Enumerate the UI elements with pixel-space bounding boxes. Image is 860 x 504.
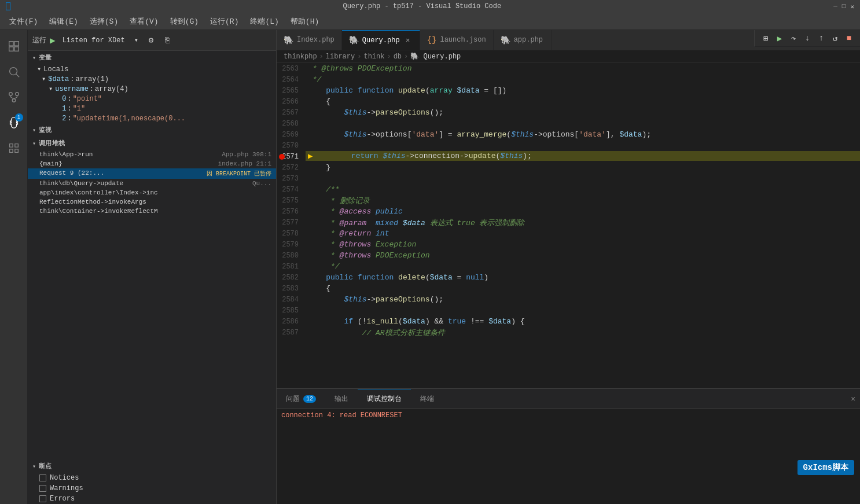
- panel-close-icon[interactable]: ✕: [851, 394, 855, 403]
- line-content-2563: * @throws PDOException: [306, 63, 860, 74]
- var-username[interactable]: ▾ username:array(4): [32, 84, 276, 94]
- menu-terminal[interactable]: 终端(L): [245, 15, 283, 28]
- tab-index-php[interactable]: 🐘 Index.php: [277, 30, 342, 50]
- line-num-2564: 2564: [277, 74, 306, 85]
- activity-debug[interactable]: 1: [2, 111, 25, 134]
- stack-item-1[interactable]: think\App->run App.php 398:1: [28, 150, 276, 159]
- line-content-2580: * @throws PDOException: [306, 250, 860, 261]
- locals-header[interactable]: ▾ Locals: [32, 64, 276, 74]
- stack-index-controller[interactable]: app\index\controller\Index->inc: [28, 188, 276, 197]
- close-icon[interactable]: ✕: [850, 3, 854, 10]
- tab-query-php[interactable]: 🐘 Query.php ✕: [342, 30, 420, 50]
- code-line-2584: 2584 $this->parseOptions();: [277, 294, 860, 305]
- menu-bar: 文件(F) 编辑(E) 选择(S) 查看(V) 转到(G) 运行(R) 终端(L…: [0, 13, 860, 30]
- line-num-2584: 2584: [277, 294, 306, 305]
- code-line-2576: 2576 * @access public: [277, 206, 860, 217]
- bp-notices-checkbox[interactable]: [39, 474, 46, 481]
- var-data[interactable]: ▾ $data:array(1): [32, 74, 276, 84]
- tab-label-launch: launch.json: [440, 36, 486, 44]
- window-controls[interactable]: ─ □ ✕: [833, 3, 854, 10]
- stack-item-main[interactable]: {main} index.php 21:1: [28, 159, 276, 168]
- breadcrumb-library[interactable]: library: [326, 53, 355, 61]
- line-num-2572: 2572: [277, 162, 306, 173]
- config-label[interactable]: Listen for XDet: [59, 35, 128, 46]
- code-line-2566: 2566 {: [277, 96, 860, 107]
- bp-warnings-checkbox[interactable]: [39, 485, 46, 492]
- callstack-header[interactable]: ▾ 调用堆栈: [28, 137, 276, 150]
- open-editor-icon[interactable]: ⎘: [160, 34, 174, 47]
- tab-close-query[interactable]: ✕: [403, 36, 413, 45]
- panel-tab-output[interactable]: 输出: [325, 389, 358, 409]
- stack-request-9[interactable]: Request 9 (22:... 因 BREAKPOINT 已暂停: [28, 168, 276, 179]
- breakpoints-header[interactable]: ▾ 断点: [28, 459, 276, 473]
- debug-stepout-btn[interactable]: ↑: [815, 32, 828, 45]
- code-line-2578: 2578 * @return int: [277, 228, 860, 239]
- bp-warnings[interactable]: Warnings: [28, 483, 276, 494]
- stack-reflection[interactable]: ReflectionMethod->invokeArgs: [28, 197, 276, 207]
- activity-explorer[interactable]: [2, 35, 25, 58]
- activity-git[interactable]: [2, 86, 25, 109]
- code-line-2579: 2579 * @throws Exception: [277, 239, 860, 250]
- menu-run[interactable]: 运行(R): [205, 15, 243, 28]
- panel-tab-debug-console[interactable]: 调试控制台: [358, 389, 411, 409]
- debug-stop-btn[interactable]: ■: [843, 32, 855, 45]
- breadcrumb-sep-1: ›: [319, 53, 324, 61]
- variables-header[interactable]: ▾ 变量: [28, 51, 276, 64]
- debug-stepinto-btn[interactable]: ↓: [801, 32, 814, 45]
- menu-view[interactable]: 查看(V): [125, 15, 163, 28]
- watch-header[interactable]: ▾ 监视: [28, 123, 276, 137]
- tab-launch-json[interactable]: {} launch.json: [420, 30, 494, 50]
- terminal-label: 终端: [420, 394, 434, 404]
- menu-help[interactable]: 帮助(H): [286, 15, 324, 28]
- line-content-2570: [306, 140, 860, 151]
- line-num-2578: 2578: [277, 228, 306, 239]
- var-2[interactable]: ▸ 2:"updatetime(1,noescape(0...: [32, 113, 276, 123]
- breadcrumb-sep-3: ›: [387, 53, 391, 61]
- stack-query-update[interactable]: think\db\Query->update Qu...: [28, 179, 276, 188]
- maximize-icon[interactable]: □: [842, 3, 846, 10]
- breadcrumb-file[interactable]: 🐘 Query.php: [410, 52, 461, 61]
- bp-errors-checkbox[interactable]: [39, 495, 46, 502]
- line-content-2575: * 删除记录: [306, 195, 860, 206]
- gear-icon[interactable]: ⚙: [144, 34, 158, 47]
- menu-selection[interactable]: 选择(S): [85, 15, 123, 28]
- debug-stepover-btn[interactable]: ↷: [787, 32, 800, 45]
- stack-container[interactable]: think\Container->invokeReflectM: [28, 207, 276, 216]
- menu-goto[interactable]: 转到(G): [166, 15, 203, 28]
- editor-container: 2563 * @throws PDOException 2564 */ 2565…: [277, 63, 860, 504]
- svg-rect-2: [9, 47, 13, 51]
- title-bar: ⎕ Query.php - tp517 - Visual Studio Code…: [0, 0, 860, 13]
- menu-edit[interactable]: 编辑(E): [45, 15, 82, 28]
- callstack-section: ▾ 调用堆栈 think\App->run App.php 398:1 {mai…: [28, 137, 276, 216]
- code-editor[interactable]: 2563 * @throws PDOException 2564 */ 2565…: [277, 63, 860, 388]
- watermark: GxIcms脚本: [797, 460, 854, 475]
- line-num-2565: 2565: [277, 85, 306, 96]
- menu-file[interactable]: 文件(F): [5, 15, 42, 28]
- debug-continue-btn[interactable]: ▶: [773, 32, 786, 45]
- bp-errors[interactable]: Errors: [28, 494, 276, 504]
- line-num-2567: 2567: [277, 107, 306, 118]
- grid-icon[interactable]: ⊞: [759, 32, 772, 45]
- line-content-2568: [306, 118, 860, 129]
- var-1[interactable]: ▸ 1:"1": [32, 104, 276, 113]
- config-dropdown[interactable]: ▾: [131, 35, 142, 46]
- breadcrumb-thinkphp[interactable]: thinkphp: [284, 53, 317, 61]
- var-0[interactable]: ▸ 0:"point": [32, 94, 276, 104]
- line-content-2583: {: [306, 283, 860, 294]
- minimize-icon[interactable]: ─: [833, 3, 837, 10]
- bp-notices[interactable]: Notices: [28, 473, 276, 483]
- run-icon[interactable]: ▶: [50, 35, 56, 46]
- breadcrumb-db[interactable]: db: [394, 53, 402, 61]
- activity-search[interactable]: [2, 60, 25, 83]
- problems-label: 问题: [286, 394, 300, 404]
- activity-extensions[interactable]: [2, 137, 25, 160]
- tab-app-php[interactable]: 🐘 app.php: [494, 30, 552, 50]
- code-line-2586: 2586 if (!is_null($data) && true !== $da…: [277, 316, 860, 327]
- panel-tab-terminal[interactable]: 终端: [411, 389, 443, 409]
- code-line-2570: 2570: [277, 140, 860, 151]
- debug-restart-btn[interactable]: ↺: [829, 32, 841, 45]
- code-line-2581: 2581 */: [277, 261, 860, 272]
- panel-tab-problems[interactable]: 问题 12: [277, 389, 325, 409]
- breadcrumb-think[interactable]: think: [363, 53, 384, 61]
- line-content-2586: if (!is_null($data) && true !== $data) {: [306, 316, 860, 327]
